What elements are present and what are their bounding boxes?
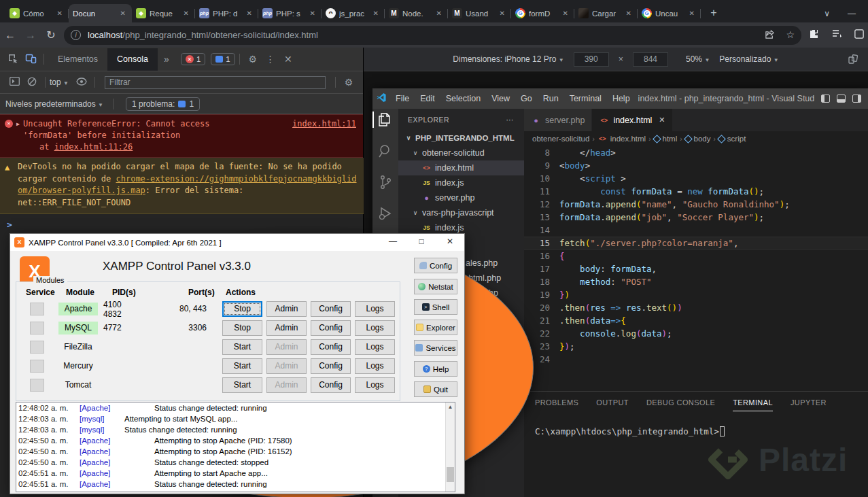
message-count-badge[interactable]: 1 <box>211 53 235 65</box>
code-line[interactable]: 23}); <box>524 340 868 353</box>
new-tab-button[interactable]: + <box>705 4 723 22</box>
devtools-tab-elements[interactable]: Elementos <box>48 48 107 71</box>
console-prompt-chevron[interactable]: > <box>0 214 363 235</box>
menu-edit[interactable]: Edit <box>415 94 440 103</box>
panel-tab-output[interactable]: OUTPUT <box>596 398 629 411</box>
expand-triangle-icon[interactable]: ▶ <box>16 118 20 130</box>
service-checkbox[interactable] <box>30 341 44 354</box>
quit-button[interactable]: Quit <box>414 381 457 397</box>
netstat-button[interactable]: Netstat <box>414 279 457 294</box>
devtools-menu-icon[interactable]: ⋮ <box>262 54 279 65</box>
explorer-item-obtener-solicitud[interactable]: ∨obtener-solicitud <box>398 145 524 160</box>
tab-close-icon[interactable]: ✕ <box>498 9 507 18</box>
error-stack-link[interactable]: index.html:11:26 <box>54 142 133 152</box>
explorer-item-vars-php-javascript[interactable]: ∨vars-php-javascript <box>398 205 524 220</box>
toggle-sidebar-icon[interactable] <box>821 95 830 103</box>
breadcrumb[interactable]: obtener-solicitud›<>index.html›html›body… <box>524 131 868 146</box>
device-height-input[interactable] <box>633 52 668 67</box>
browser-tab[interactable]: Uncau✕ <box>638 4 701 22</box>
menu-help[interactable]: Help <box>607 94 636 103</box>
logs-button[interactable]: Logs <box>355 358 395 374</box>
rotate-device-icon[interactable] <box>848 54 858 67</box>
extensions-puzzle-icon[interactable] <box>808 29 819 42</box>
terminal-content[interactable]: C:\xampp\htdocs\php_integrando_html> <box>524 411 868 436</box>
browser-tab[interactable]: ◆Reque✕ <box>132 4 195 22</box>
explorer-root-folder[interactable]: ∨PHP_INTEGRANDO_HTML <box>398 131 524 145</box>
device-toolbar-toggle-icon[interactable] <box>22 53 39 66</box>
stop-button[interactable]: Stop <box>222 301 262 317</box>
logs-button[interactable]: Logs <box>355 301 395 317</box>
config-button[interactable]: Config <box>311 358 351 374</box>
explorer-actions-icon[interactable]: ⋯ <box>506 116 515 124</box>
code-editor[interactable]: 8 </head>9<body>10 <script >11 const for… <box>524 146 868 366</box>
tab-close-icon[interactable]: ✕ <box>245 9 254 18</box>
service-checkbox[interactable] <box>30 379 44 392</box>
xampp-log-area[interactable]: 12:48:02 a. m.[Apache]Status change dete… <box>16 402 455 492</box>
menu-run[interactable]: Run <box>538 94 564 103</box>
log-levels-dropdown[interactable]: Niveles predeterminados ▼ <box>5 99 103 109</box>
code-line[interactable]: 18 method: "POST" <box>524 275 868 288</box>
xampp-close-button[interactable]: ✕ <box>436 234 464 251</box>
code-line[interactable]: 11 const formData = new formData(); <box>524 185 868 198</box>
console-filter-input[interactable] <box>105 76 326 89</box>
xampp-minimize-button[interactable]: — <box>379 234 407 251</box>
explorer-item-server-php[interactable]: ●server.php <box>398 190 524 205</box>
search-icon[interactable] <box>377 143 394 159</box>
config-button[interactable]: Config <box>311 339 351 355</box>
config-button[interactable]: Config <box>311 301 351 317</box>
code-line[interactable]: 8 </head> <box>524 146 868 159</box>
device-width-input[interactable] <box>574 52 609 67</box>
breadcrumb-segment[interactable]: script <box>727 135 746 143</box>
site-info-icon[interactable]: i <box>71 30 81 40</box>
tab-close-icon[interactable]: ✕ <box>371 9 381 18</box>
panel-tab-debug-console[interactable]: DEBUG CONSOLE <box>646 398 715 411</box>
forward-icon[interactable]: → <box>20 29 41 41</box>
toggle-panel-icon[interactable] <box>837 95 846 103</box>
help-button[interactable]: ?Help <box>414 361 457 377</box>
xampp-maximize-button[interactable]: □ <box>407 234 436 251</box>
editor-tab-index-html[interactable]: <>index.html✕ <box>592 109 672 131</box>
editor-tab-server-php[interactable]: ●server.php <box>524 109 592 131</box>
device-throttling-dropdown[interactable]: Personalizado ▼ <box>719 54 778 64</box>
clear-console-icon[interactable] <box>23 77 41 88</box>
back-icon[interactable]: ← <box>0 29 20 41</box>
tab-close-icon[interactable]: ✕ <box>659 116 665 124</box>
code-line[interactable]: 17 body: formData, <box>524 262 868 275</box>
browser-tab[interactable]: ӿDocun✕ <box>69 4 132 22</box>
config-button[interactable]: Config <box>311 377 351 393</box>
menu-terminal[interactable]: Terminal <box>564 94 607 103</box>
context-selector[interactable]: top ▼ <box>50 78 69 87</box>
panel-tab-terminal[interactable]: TERMINAL <box>733 398 773 411</box>
console-settings-icon[interactable]: ⚙ <box>340 77 358 88</box>
code-line[interactable]: 13formData.append("job", "Soccer Player"… <box>524 211 868 224</box>
browser-tab[interactable]: ◆Cómo✕ <box>5 4 69 22</box>
code-line[interactable]: 22 console.log(data); <box>524 327 868 340</box>
source-control-icon[interactable] <box>377 174 394 190</box>
browser-tab[interactable]: MNode.✕ <box>385 4 448 22</box>
explorer-button[interactable]: Explorer <box>414 320 457 335</box>
code-line[interactable]: 9<body> <box>524 159 868 172</box>
tab-close-icon[interactable]: ✕ <box>434 9 444 18</box>
code-line[interactable]: 20.then(res => res.text()) <box>524 301 868 314</box>
start-button[interactable]: Start <box>222 358 262 374</box>
logs-button[interactable]: Logs <box>355 339 395 355</box>
tab-search-chevron-icon[interactable]: ∨ <box>824 9 830 18</box>
explorer-item-index-html[interactable]: <>index.html <box>398 160 524 175</box>
browser-tab[interactable]: phpPHP: d✕ <box>195 4 258 22</box>
problems-chip[interactable]: 1 problema:1 <box>126 97 200 111</box>
tab-close-icon[interactable]: ✕ <box>308 9 317 18</box>
tab-close-icon[interactable]: ✕ <box>561 9 570 18</box>
toggle-secondary-sidebar-icon[interactable] <box>852 95 861 103</box>
explorer-item-index-js[interactable]: JSindex.js <box>398 175 524 190</box>
code-line[interactable]: 19}) <box>524 288 868 301</box>
browser-tab[interactable]: formD✕ <box>511 4 574 22</box>
service-checkbox[interactable] <box>30 322 44 335</box>
tab-close-icon[interactable]: ✕ <box>55 9 65 18</box>
tab-close-icon[interactable]: ✕ <box>118 9 128 18</box>
console-sidebar-icon[interactable] <box>5 77 23 88</box>
code-line[interactable]: 10 <script > <box>524 172 868 185</box>
code-line[interactable]: 16{ <box>524 250 868 262</box>
error-source-link[interactable]: index.html:11 <box>292 118 356 130</box>
shell-button[interactable]: >Shell <box>414 299 457 315</box>
tab-close-icon[interactable]: ✕ <box>624 9 633 18</box>
